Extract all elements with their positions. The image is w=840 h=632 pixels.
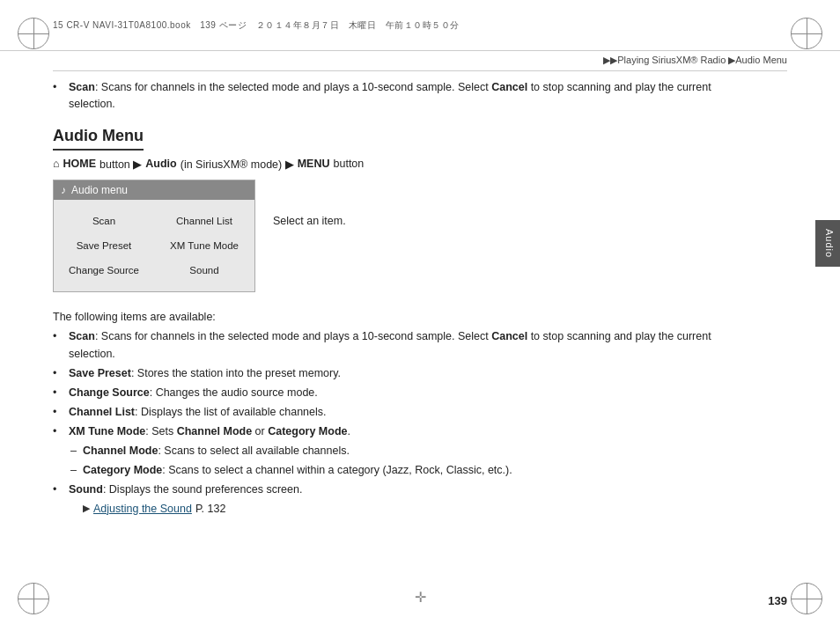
category-mode-inline-bold: Category Mode bbox=[268, 425, 347, 437]
top-rule bbox=[53, 70, 787, 71]
home-button-line: ⌂ HOME button ▶ Audio (in SiriusXM® mode… bbox=[53, 158, 752, 171]
select-item-text: Select an item. bbox=[273, 180, 346, 227]
sound-bold: Sound bbox=[69, 483, 103, 496]
home-button-text: button ▶ bbox=[99, 158, 142, 171]
item-xm-tune-mode: XM Tune Mode: Sets Channel Mode or Categ… bbox=[53, 423, 752, 440]
link-page-ref: P. 132 bbox=[195, 500, 226, 518]
screen-title-bar: ♪ Audio menu bbox=[54, 180, 254, 200]
intro-bullet: Scan: Scans for channels in the selected… bbox=[53, 79, 752, 113]
intro-scan-text: : Scans for channels in the selected mod… bbox=[69, 81, 711, 110]
menu-label: MENU bbox=[298, 158, 330, 170]
item-change-source: Change Source: Changes the audio source … bbox=[53, 384, 752, 401]
audio-label: Audio bbox=[145, 158, 176, 170]
items-intro: The following items are available: bbox=[53, 308, 752, 326]
bottom-crosshair: ✛ bbox=[411, 588, 429, 606]
scan-cancel-bold: Cancel bbox=[491, 330, 527, 342]
screen-grid: Scan Channel List Save Preset XM Tune Mo… bbox=[54, 200, 254, 291]
corner-decoration-bl bbox=[18, 583, 49, 614]
category-mode-text: : Scans to select a channel within a cat… bbox=[162, 464, 512, 476]
category-mode-bold: Category Mode bbox=[83, 464, 162, 476]
home-label: HOME bbox=[63, 158, 97, 170]
item-sound: Sound: Displays the sound preferences sc… bbox=[53, 481, 752, 498]
item-channel-list: Channel List: Displays the list of avail… bbox=[53, 403, 752, 421]
screen-mockup: ♪ Audio menu Scan Channel List Save Pres… bbox=[53, 180, 255, 292]
grid-cell-xm-tune-mode[interactable]: XM Tune Mode bbox=[154, 233, 254, 258]
grid-cell-channel-list[interactable]: Channel List bbox=[154, 209, 254, 233]
adjusting-sound-link[interactable]: Adjusting the Sound bbox=[93, 500, 192, 518]
sirius-xm-text: (in SiriusXM® mode) ▶ bbox=[181, 158, 294, 171]
change-source-text: : Changes the audio source mode. bbox=[150, 386, 318, 399]
items-list: The following items are available: Scan:… bbox=[53, 308, 752, 518]
channel-mode-inline-bold: Channel Mode bbox=[177, 425, 252, 437]
grid-cell-sound[interactable]: Sound bbox=[154, 258, 254, 283]
channel-mode-text: : Scans to select all available channels… bbox=[158, 445, 350, 457]
save-preset-bold: Save Preset bbox=[69, 367, 131, 379]
home-icon: ⌂ bbox=[53, 158, 60, 170]
button-label: button bbox=[334, 158, 365, 170]
grid-cell-change-source[interactable]: Change Source bbox=[54, 258, 154, 283]
item-scan: Scan: Scans for channels in the selected… bbox=[53, 327, 752, 363]
screen-area: ♪ Audio menu Scan Channel List Save Pres… bbox=[53, 180, 752, 303]
channel-mode-bold: Channel Mode bbox=[83, 445, 158, 457]
item-save-preset: Save Preset: Stores the station into the… bbox=[53, 364, 752, 382]
breadcrumb-part1: ▶▶Playing SiriusXM® Radio bbox=[603, 55, 726, 66]
scan-bold: Scan bbox=[69, 330, 95, 342]
breadcrumb-part2: ▶Audio Menu bbox=[728, 55, 787, 66]
sidebar-label: Audio bbox=[824, 229, 835, 258]
xm-tune-mode-bold: XM Tune Mode bbox=[69, 425, 145, 437]
top-header: 15 CR-V NAVI-31T0A8100.book 139 ページ ２０１４… bbox=[0, 0, 840, 51]
page-number: 139 bbox=[768, 594, 787, 607]
header-japanese-text: 15 CR-V NAVI-31T0A8100.book 139 ページ ２０１４… bbox=[53, 19, 460, 32]
link-line: ▶ Adjusting the Sound P. 132 bbox=[53, 500, 752, 518]
item-channel-mode: Channel Mode: Scans to select all availa… bbox=[53, 442, 752, 459]
change-source-bold: Change Source bbox=[69, 386, 150, 399]
link-arrow-icon: ▶ bbox=[83, 501, 90, 517]
grid-cell-save-preset[interactable]: Save Preset bbox=[54, 233, 154, 258]
breadcrumb: ▶▶Playing SiriusXM® Radio ▶Audio Menu bbox=[603, 55, 787, 66]
intro-cancel-bold: Cancel bbox=[491, 81, 527, 93]
screen-title: Audio menu bbox=[71, 184, 128, 196]
xm-tune-mode-text: : Sets Channel Mode or Category Mode. bbox=[145, 425, 350, 437]
channel-list-bold: Channel List bbox=[69, 406, 135, 418]
save-preset-text: : Stores the station into the preset mem… bbox=[131, 367, 341, 379]
grid-cell-scan[interactable]: Scan bbox=[54, 209, 154, 233]
sidebar-tab: Audio bbox=[815, 220, 840, 267]
item-category-mode: Category Mode: Scans to select a channel… bbox=[53, 461, 752, 479]
corner-decoration-br bbox=[791, 583, 822, 614]
channel-list-text: : Displays the list of available channel… bbox=[135, 406, 326, 418]
scan-text: : Scans for channels in the selected mod… bbox=[69, 330, 711, 360]
intro-scan-bold: Scan bbox=[69, 81, 95, 93]
section-heading: Audio Menu bbox=[53, 127, 144, 151]
main-content: Scan: Scans for channels in the selected… bbox=[53, 79, 752, 579]
sound-text: : Displays the sound preferences screen. bbox=[103, 483, 303, 496]
music-icon: ♪ bbox=[61, 184, 66, 196]
